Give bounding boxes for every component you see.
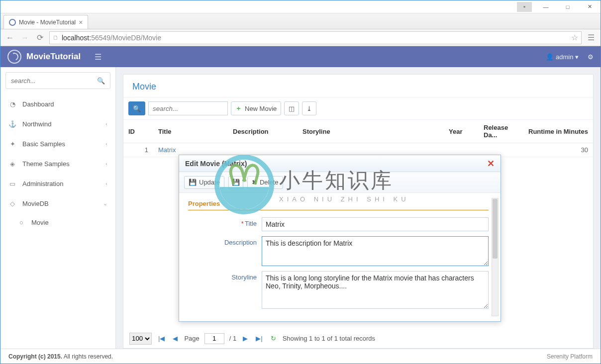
col-year[interactable]: Year xyxy=(444,120,479,143)
refresh-button[interactable]: ↻ xyxy=(269,335,278,342)
url-path: /MovieDB/Movie xyxy=(110,34,161,42)
page-input[interactable] xyxy=(204,333,224,344)
storyline-label: Storyline xyxy=(188,271,262,309)
last-page-button[interactable]: ▶| xyxy=(254,335,264,342)
user-icon: ▪ xyxy=(517,2,532,12)
col-runtime[interactable]: Runtime in Minutes xyxy=(523,120,593,143)
grid-search-input[interactable] xyxy=(148,101,228,115)
search-button[interactable]: 🔍 xyxy=(128,101,145,115)
browser-tab[interactable]: Movie - MovieTutorial × xyxy=(3,15,88,29)
col-description[interactable]: Description xyxy=(228,120,298,143)
dialog-scrollbar[interactable] xyxy=(492,198,499,316)
pager-summary: Showing 1 to 1 of 1 total records xyxy=(283,335,375,342)
browser-tabbar: Movie - MovieTutorial × xyxy=(0,13,601,29)
col-id[interactable]: ID xyxy=(123,120,153,143)
copyright-rest: All rights reserved. xyxy=(62,353,113,360)
sidebar-search[interactable]: 🔍 xyxy=(5,72,110,89)
minimize-button[interactable]: — xyxy=(535,0,557,13)
data-grid: ID Title Description Storyline Year Rele… xyxy=(123,120,593,157)
dashboard-icon: ◔ xyxy=(8,100,16,108)
chevron-left-icon: ‹ xyxy=(105,161,107,167)
url-host: localhost: xyxy=(62,34,91,42)
description-input[interactable] xyxy=(262,236,489,266)
settings-icon[interactable]: ⚙ xyxy=(588,53,594,61)
sidebar-item-basicsamples[interactable]: ✦Basic Samples‹ xyxy=(5,134,110,154)
title-label: *Title xyxy=(188,217,262,231)
sidebar-search-input[interactable] xyxy=(11,77,97,85)
close-dialog-button[interactable]: ✕ xyxy=(487,158,495,169)
col-title[interactable]: Title xyxy=(153,120,228,143)
platform-link[interactable]: Serenity Platform xyxy=(547,353,593,360)
url-port: 56549 xyxy=(91,34,110,42)
dialog-titlebar[interactable]: Edit Movie (Matrix) ✕ xyxy=(179,155,501,172)
close-window-button[interactable]: ✕ xyxy=(579,0,601,13)
page-icon: 🗋 xyxy=(53,34,59,41)
reload-button[interactable]: ⟳ xyxy=(34,33,45,42)
sidebar: 🔍 ◔Dashboard ⚓Northwind‹ ✦Basic Samples‹… xyxy=(0,67,116,349)
sidebar-item-northwind[interactable]: ⚓Northwind‹ xyxy=(5,114,110,134)
back-button[interactable]: ← xyxy=(4,33,15,42)
menu-button[interactable]: ☰ xyxy=(586,33,597,42)
sidebar-item-administration[interactable]: ▭Administration‹ xyxy=(5,174,110,193)
page-label: Page xyxy=(184,335,199,342)
update-button[interactable]: 💾Update xyxy=(184,176,224,189)
sidebar-item-movie[interactable]: ○Movie xyxy=(5,213,110,231)
user-menu[interactable]: 👤 admin ▾ xyxy=(546,53,579,61)
favicon-icon xyxy=(9,19,16,26)
grid-toolbar: 🔍 ＋New Movie ◫ ⤓ xyxy=(123,97,593,120)
storyline-input[interactable] xyxy=(262,271,489,309)
col-storyline[interactable]: Storyline xyxy=(298,120,444,143)
tab-title: Movie - MovieTutorial xyxy=(19,19,76,26)
forward-button[interactable]: → xyxy=(19,33,30,42)
columns-icon: ◫ xyxy=(289,105,295,112)
col-release[interactable]: Release Da... xyxy=(479,120,523,143)
window-titlebar: ▪ — □ ✕ xyxy=(0,0,601,13)
scrollbar-thumb[interactable] xyxy=(493,199,498,259)
brand[interactable]: MovieTutorial xyxy=(7,50,81,64)
excel-icon: ⤓ xyxy=(306,105,312,112)
search-icon: 🔍 xyxy=(133,105,141,112)
layers-icon: ◇ xyxy=(8,200,16,207)
sidebar-item-dashboard[interactable]: ◔Dashboard xyxy=(5,94,110,114)
bookmark-icon[interactable]: ☆ xyxy=(571,33,578,42)
first-page-button[interactable]: |◀ xyxy=(157,335,166,342)
table-header-row: ID Title Description Storyline Year Rele… xyxy=(123,120,593,143)
sidebar-item-themesamples[interactable]: ◈Theme Samples‹ xyxy=(5,154,110,174)
excel-button[interactable]: ⤓ xyxy=(302,101,316,115)
description-label: Description xyxy=(188,236,262,266)
delete-button[interactable]: ✖Delete xyxy=(247,176,283,189)
browser-toolbar: ← → ⟳ 🗋 localhost:56549/MovieDB/Movie ☆ … xyxy=(0,29,601,46)
maximize-button[interactable]: □ xyxy=(557,0,579,13)
desktop-icon: ▭ xyxy=(8,180,16,187)
cell-runtime: 30 xyxy=(523,143,593,157)
page-title: Movie xyxy=(123,75,593,97)
prev-page-button[interactable]: ◀ xyxy=(171,335,179,342)
os-window: ▪ — □ ✕ Movie - MovieTutorial × ← → ⟳ 🗋 … xyxy=(0,0,601,364)
dialog-body: Properties *Title Description Storyline xyxy=(179,193,501,321)
footer: Copyright (c) 2015. All rights reserved.… xyxy=(0,349,601,364)
delete-icon: ✖ xyxy=(252,179,257,186)
plus-icon: ＋ xyxy=(235,104,242,113)
diamond-icon: ◈ xyxy=(8,160,16,168)
pager: 100 |◀ ◀ Page / 1 ▶ ▶| ↻ Showing 1 to 1 … xyxy=(123,329,594,349)
dialog-toolbar: 💾Update 💾 ✖Delete xyxy=(179,172,501,193)
app-header: MovieTutorial ☰ 👤 admin ▾ ⚙ xyxy=(0,46,601,67)
brand-label: MovieTutorial xyxy=(26,52,81,62)
new-movie-button[interactable]: ＋New Movie xyxy=(231,101,281,115)
apply-button[interactable]: 💾 xyxy=(228,176,243,189)
close-tab-icon[interactable]: × xyxy=(79,18,83,26)
chevron-left-icon: ‹ xyxy=(105,141,107,147)
columns-button[interactable]: ◫ xyxy=(284,101,299,115)
next-page-button[interactable]: ▶ xyxy=(241,335,249,342)
address-bar[interactable]: 🗋 localhost:56549/MovieDB/Movie ☆ xyxy=(49,31,582,44)
page-size-select[interactable]: 100 xyxy=(129,333,152,345)
chevron-down-icon: ⌄ xyxy=(103,200,107,207)
field-title: *Title xyxy=(188,217,489,231)
wand-icon: ✦ xyxy=(8,140,16,148)
sidebar-item-moviedb[interactable]: ◇MovieDB⌄ xyxy=(5,193,110,213)
apply-icon: 💾 xyxy=(232,179,240,186)
sidebar-toggle[interactable]: ☰ xyxy=(95,52,101,62)
properties-section: Properties xyxy=(188,200,489,210)
title-input[interactable] xyxy=(262,217,489,231)
cell-id: 1 xyxy=(123,143,153,157)
